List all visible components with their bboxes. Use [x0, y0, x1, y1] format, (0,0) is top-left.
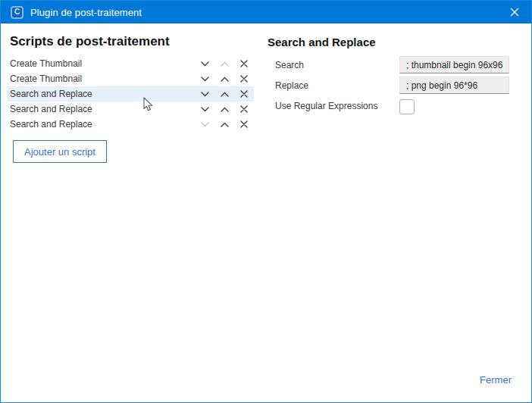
remove-icon	[240, 90, 248, 98]
remove-icon	[240, 105, 248, 113]
chevron-down-icon	[201, 122, 209, 127]
chevron-down-icon	[201, 107, 209, 112]
move-up-button	[214, 56, 234, 71]
titlebar[interactable]: C Plugin de post-traitement	[1, 1, 531, 23]
replace-input[interactable]	[399, 77, 509, 94]
script-row-4[interactable]: Search and Replace	[7, 102, 254, 117]
script-list: Create Thumbnail	[7, 56, 254, 132]
move-down-button[interactable]	[195, 86, 214, 102]
remove-icon	[240, 120, 248, 128]
chevron-up-icon	[221, 107, 229, 112]
move-up-button[interactable]	[214, 102, 234, 117]
scripts-panel-heading: Scripts de post-traitement	[7, 34, 254, 49]
chevron-down-icon	[201, 61, 209, 67]
add-script-button[interactable]: Ajouter un script	[13, 140, 107, 163]
chevron-up-icon	[221, 77, 229, 82]
script-row-2[interactable]: Create Thumbnail	[7, 71, 254, 86]
remove-icon	[240, 60, 248, 67]
script-row-3-selected[interactable]: Search and Replace	[7, 86, 254, 102]
replace-label: Replace	[275, 80, 399, 91]
regex-label: Use Regular Expressions	[275, 101, 399, 111]
search-input[interactable]	[399, 56, 509, 73]
close-dialog-button[interactable]: Fermer	[480, 374, 512, 386]
regex-setting-row: Use Regular Expressions	[275, 97, 522, 114]
script-name: Search and Replace	[10, 104, 195, 114]
scripts-panel: Scripts de post-traitement Create Thumbn…	[7, 34, 254, 163]
remove-script-button[interactable]	[234, 117, 254, 132]
script-row-5[interactable]: Search and Replace	[7, 117, 254, 132]
chevron-up-icon	[221, 92, 229, 97]
move-down-button[interactable]	[195, 102, 214, 117]
window-title: Plugin de post-traitement	[30, 7, 142, 18]
replace-setting-row: Replace	[275, 77, 522, 94]
chevron-down-icon	[201, 92, 209, 97]
script-settings-panel: Search and Replace Search Replace Use Re…	[254, 34, 522, 163]
window-close-button[interactable]	[497, 1, 531, 23]
dialog-content: Scripts de post-traitement Create Thumbn…	[1, 23, 531, 163]
cura-app-icon: C	[11, 6, 23, 19]
chevron-up-icon	[221, 122, 229, 127]
move-up-button[interactable]	[214, 117, 234, 132]
remove-icon	[240, 75, 248, 83]
remove-script-button[interactable]	[234, 71, 254, 86]
remove-script-button[interactable]	[234, 86, 254, 102]
remove-script-button[interactable]	[234, 56, 254, 71]
move-up-button[interactable]	[214, 71, 234, 86]
move-down-button[interactable]	[195, 71, 214, 86]
script-name: Create Thumbnail	[10, 58, 195, 69]
chevron-up-icon	[221, 61, 229, 67]
regex-checkbox[interactable]	[399, 99, 415, 114]
move-down-button[interactable]	[195, 56, 214, 71]
move-up-button[interactable]	[214, 86, 234, 102]
close-icon	[510, 8, 519, 17]
settings-heading: Search and Replace	[268, 36, 522, 48]
move-down-button	[195, 117, 214, 132]
chevron-down-icon	[201, 77, 209, 82]
script-name: Create Thumbnail	[10, 73, 195, 84]
search-label: Search	[275, 60, 399, 70]
search-setting-row: Search	[275, 56, 522, 73]
script-name: Search and Replace	[10, 119, 195, 130]
post-processing-plugin-dialog: C Plugin de post-traitement Scripts de p…	[0, 0, 532, 403]
remove-script-button[interactable]	[234, 102, 254, 117]
script-name: Search and Replace	[10, 89, 195, 99]
script-row-1[interactable]: Create Thumbnail	[7, 56, 254, 71]
